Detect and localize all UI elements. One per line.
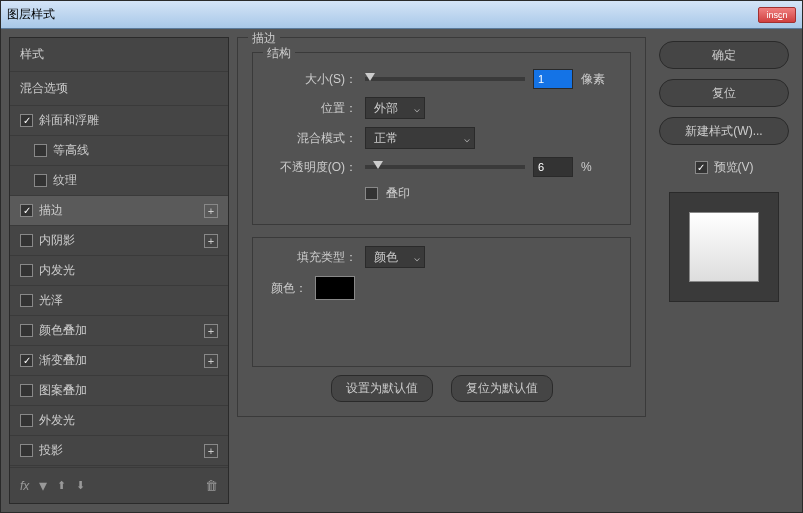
styles-header[interactable]: 样式 (10, 38, 228, 72)
size-input[interactable] (533, 69, 573, 89)
style-item[interactable]: 外发光 (10, 406, 228, 436)
style-checkbox[interactable] (20, 264, 33, 277)
settings-panel: 描边 结构 大小(S)： 像素 位置： 外部 混合模式： (237, 37, 646, 504)
style-label: 图案叠加 (39, 382, 87, 399)
style-label: 光泽 (39, 292, 63, 309)
style-item[interactable]: 斜面和浮雕 (10, 106, 228, 136)
plus-icon[interactable]: + (204, 444, 218, 458)
set-default-button[interactable]: 设置为默认值 (331, 375, 433, 402)
style-checkbox[interactable] (20, 294, 33, 307)
filltype-dropdown[interactable]: 颜色 (365, 246, 425, 268)
style-checkbox[interactable] (20, 204, 33, 217)
style-item[interactable]: 图案叠加 (10, 376, 228, 406)
filltype-label: 填充类型： (267, 249, 357, 266)
style-label: 投影 (39, 442, 63, 459)
style-checkbox[interactable] (20, 414, 33, 427)
style-label: 描边 (39, 202, 63, 219)
blendmode-dropdown[interactable]: 正常 (365, 127, 475, 149)
style-item[interactable]: 投影+ (10, 436, 228, 466)
style-label: 等高线 (53, 142, 89, 159)
structure-legend: 结构 (263, 45, 295, 62)
styles-panel: 样式 混合选项 斜面和浮雕等高线纹理描边+内阴影+内发光光泽颜色叠加+渐变叠加+… (9, 37, 229, 504)
action-panel: 确定 复位 新建样式(W)... 预览(V) (654, 37, 794, 504)
structure-fieldset: 结构 大小(S)： 像素 位置： 外部 混合模式： 正常 (252, 52, 631, 225)
style-item[interactable]: 等高线 (10, 136, 228, 166)
style-item[interactable]: 纹理 (10, 166, 228, 196)
style-checkbox[interactable] (34, 174, 47, 187)
size-slider[interactable] (365, 77, 525, 81)
plus-icon[interactable]: + (204, 234, 218, 248)
dropdown-caret-icon[interactable]: ▾ (39, 476, 47, 495)
style-checkbox[interactable] (20, 354, 33, 367)
fill-fieldset: 填充类型： 颜色 颜色： (252, 237, 631, 367)
plus-icon[interactable]: + (204, 204, 218, 218)
opacity-input[interactable] (533, 157, 573, 177)
overprint-checkbox[interactable] (365, 187, 378, 200)
style-label: 内阴影 (39, 232, 75, 249)
style-label: 颜色叠加 (39, 322, 87, 339)
style-label: 渐变叠加 (39, 352, 87, 369)
style-label: 斜面和浮雕 (39, 112, 99, 129)
color-swatch[interactable] (315, 276, 355, 300)
style-item[interactable]: 渐变叠加+ (10, 346, 228, 376)
arrow-up-icon[interactable]: ⬆ (57, 479, 66, 492)
titlebar[interactable]: 图层样式 inscn (1, 1, 802, 29)
blend-options[interactable]: 混合选项 (10, 72, 228, 106)
preview-swatch (689, 212, 759, 282)
style-item[interactable]: 光泽 (10, 286, 228, 316)
style-label: 内发光 (39, 262, 75, 279)
reset-default-button[interactable]: 复位为默认值 (451, 375, 553, 402)
style-label: 外发光 (39, 412, 75, 429)
reset-button[interactable]: 复位 (659, 79, 789, 107)
opacity-label: 不透明度(O)： (267, 159, 357, 176)
preview-box (669, 192, 779, 302)
style-checkbox[interactable] (20, 324, 33, 337)
preview-checkbox[interactable] (695, 161, 708, 174)
fx-icon[interactable]: fx (20, 479, 29, 493)
style-checkbox[interactable] (20, 444, 33, 457)
preview-label: 预览(V) (714, 159, 754, 176)
style-item[interactable]: 描边+ (10, 196, 228, 226)
window-title: 图层样式 (7, 6, 55, 23)
close-button[interactable]: inscn (758, 7, 796, 23)
position-label: 位置： (267, 100, 357, 117)
plus-icon[interactable]: + (204, 324, 218, 338)
color-label: 颜色： (267, 280, 307, 297)
px-unit: 像素 (581, 71, 605, 88)
pct-unit: % (581, 160, 592, 174)
style-item[interactable]: 内阴影+ (10, 226, 228, 256)
style-label: 纹理 (53, 172, 77, 189)
overprint-label: 叠印 (386, 185, 410, 202)
style-checkbox[interactable] (20, 114, 33, 127)
styles-footer: fx ▾ ⬆ ⬇ 🗑 (10, 467, 228, 503)
opacity-slider[interactable] (365, 165, 525, 169)
style-item[interactable]: 内发光 (10, 256, 228, 286)
stroke-fieldset: 描边 结构 大小(S)： 像素 位置： 外部 混合模式： (237, 37, 646, 417)
layer-style-dialog: 图层样式 inscn 样式 混合选项 斜面和浮雕等高线纹理描边+内阴影+内发光光… (0, 0, 803, 513)
plus-icon[interactable]: + (204, 354, 218, 368)
size-label: 大小(S)： (267, 71, 357, 88)
blendmode-label: 混合模式： (267, 130, 357, 147)
new-style-button[interactable]: 新建样式(W)... (659, 117, 789, 145)
arrow-down-icon[interactable]: ⬇ (76, 479, 85, 492)
position-dropdown[interactable]: 外部 (365, 97, 425, 119)
style-checkbox[interactable] (20, 384, 33, 397)
style-item[interactable]: 颜色叠加+ (10, 316, 228, 346)
style-checkbox[interactable] (20, 234, 33, 247)
ok-button[interactable]: 确定 (659, 41, 789, 69)
trash-icon[interactable]: 🗑 (205, 478, 218, 493)
style-checkbox[interactable] (34, 144, 47, 157)
